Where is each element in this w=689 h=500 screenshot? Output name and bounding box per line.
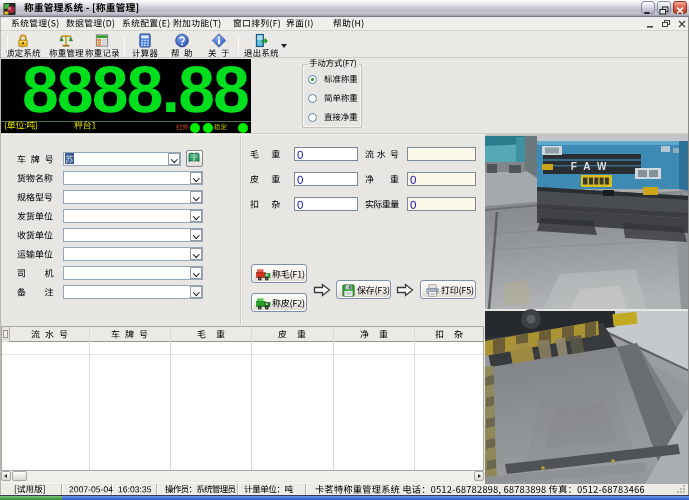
svg-text:FAW: FAW xyxy=(571,161,614,172)
